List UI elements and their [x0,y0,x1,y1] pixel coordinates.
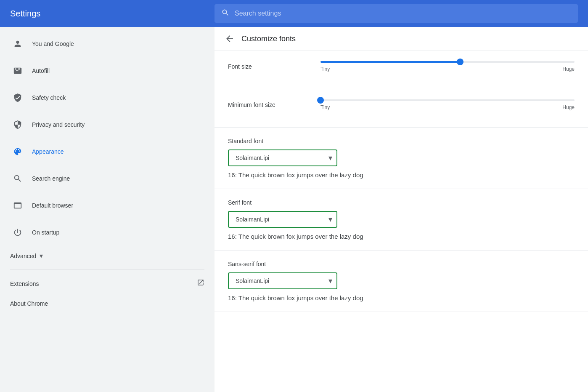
sidebar-label-safety-check: Safety check [32,94,201,101]
main-layout: You and Google Autofill Safety check [0,27,588,392]
serif-font-select[interactable]: SolaimanLipi [228,211,337,228]
font-size-row: Font size Tiny Huge [228,61,575,72]
sidebar-label-privacy: Privacy and security [32,121,201,128]
chevron-down-icon: ▾ [40,252,43,260]
search-engine-icon [10,171,25,186]
sidebar-item-about-chrome[interactable]: About Chrome [0,294,215,313]
min-font-size-track [320,99,575,101]
min-font-size-huge-label: Huge [562,104,575,110]
standard-font-select[interactable]: SolaimanLipi [228,149,337,166]
serif-font-preview: 16: The quick brown fox jumps over the l… [228,233,575,240]
standard-font-section: Standard font SolaimanLipi ▾ 16: The qui… [215,128,588,189]
sidebar-divider [10,269,204,269]
font-size-label: Font size [228,63,320,70]
font-size-track [320,61,575,63]
sans-serif-font-select-wrap: SolaimanLipi ▾ [228,272,337,289]
min-font-size-label: Minimum font size [228,101,320,108]
min-font-size-row: Minimum font size Tiny Huge [228,99,575,110]
font-size-thumb[interactable] [457,59,464,65]
sidebar-item-you-and-google[interactable]: You and Google [0,30,211,57]
font-size-section: Font size Tiny Huge [215,51,588,89]
sidebar: You and Google Autofill Safety check [0,27,215,392]
browser-icon [10,198,25,213]
search-bar[interactable] [215,4,578,23]
min-font-size-tiny-label: Tiny [320,104,330,110]
sidebar-item-appearance[interactable]: Appearance [0,138,211,165]
standard-font-label: Standard font [228,138,575,144]
sidebar-item-safety-check[interactable]: Safety check [0,84,211,111]
extensions-label: Extensions [10,280,197,287]
sidebar-item-search-engine[interactable]: Search engine [0,165,211,192]
search-input[interactable] [235,10,571,17]
privacy-icon [10,117,25,132]
palette-icon [10,144,25,159]
font-size-fill [320,61,460,63]
advanced-section[interactable]: Advanced ▾ [0,246,215,266]
autofill-icon [10,63,25,78]
min-font-size-labels: Tiny Huge [320,104,575,110]
sans-serif-font-section: Sans-serif font SolaimanLipi ▾ 16: The q… [215,251,588,312]
serif-font-section: Serif font SolaimanLipi ▾ 16: The quick … [215,189,588,251]
page-header: Customize fonts [215,27,588,51]
min-font-size-section: Minimum font size Tiny Huge [215,89,588,128]
external-link-icon [197,279,204,288]
sidebar-item-privacy[interactable]: Privacy and security [0,111,211,138]
font-size-huge-label: Huge [562,66,575,72]
font-size-labels: Tiny Huge [320,66,575,72]
serif-font-label: Serif font [228,199,575,206]
font-size-slider-container: Tiny Huge [320,61,575,72]
sidebar-label-appearance: Appearance [32,148,201,155]
font-size-tiny-label: Tiny [320,66,330,72]
sidebar-item-extensions[interactable]: Extensions [0,273,215,294]
min-font-size-slider-container: Tiny Huge [320,99,575,110]
sans-serif-font-preview: 16: The quick brown fox jumps over the l… [228,294,575,301]
safety-icon [10,90,25,105]
sidebar-item-on-startup[interactable]: On startup [0,219,211,246]
sidebar-label-on-startup: On startup [32,229,201,236]
person-icon [10,36,25,51]
sidebar-label-search-engine: Search engine [32,175,201,182]
search-icon [221,8,230,19]
serif-font-select-wrap: SolaimanLipi ▾ [228,211,337,228]
standard-font-select-wrap: SolaimanLipi ▾ [228,149,337,166]
about-label: About Chrome [10,300,204,307]
sidebar-label-you-and-google: You and Google [32,40,201,47]
sans-serif-font-select[interactable]: SolaimanLipi [228,272,337,289]
sans-serif-font-label: Sans-serif font [228,261,575,267]
sidebar-item-autofill[interactable]: Autofill [0,57,211,84]
standard-font-preview: 16: The quick brown fox jumps over the l… [228,171,575,179]
app-header: Settings [0,0,588,27]
content-area: Customize fonts Font size Tiny Huge [215,27,588,392]
advanced-label: Advanced [10,253,36,259]
sidebar-label-default-browser: Default browser [32,202,201,209]
sidebar-label-autofill: Autofill [32,67,201,74]
back-button[interactable] [225,34,235,44]
page-title: Customize fonts [241,35,296,43]
app-title: Settings [0,9,215,19]
sidebar-item-default-browser[interactable]: Default browser [0,192,211,219]
power-icon [10,225,25,240]
min-font-size-thumb[interactable] [317,97,324,104]
